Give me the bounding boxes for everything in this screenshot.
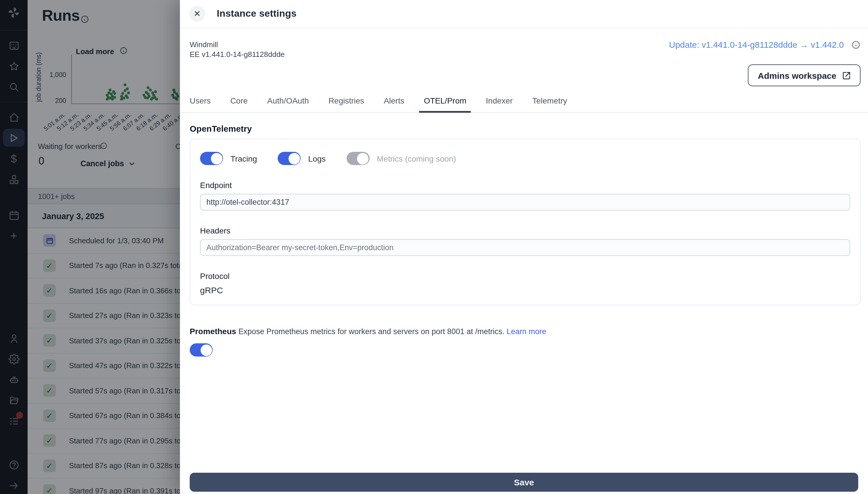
close-icon[interactable]: ✕ bbox=[189, 6, 205, 22]
learn-more-link[interactable]: Learn more bbox=[507, 327, 546, 336]
save-button[interactable]: Save bbox=[190, 473, 858, 492]
toggle-label: Logs bbox=[308, 154, 326, 163]
external-link-icon bbox=[842, 71, 851, 80]
otel-section-title: OpenTelemetry bbox=[190, 124, 858, 133]
instance-settings-modal: ✕ Instance settings Windmill EE v1.441.0… bbox=[180, 0, 868, 494]
tab-auth-oauth[interactable]: Auth/OAuth bbox=[267, 96, 309, 112]
modal-backdrop[interactable] bbox=[0, 0, 180, 494]
headers-input[interactable] bbox=[200, 239, 850, 256]
tab-indexer[interactable]: Indexer bbox=[486, 96, 513, 112]
app-version: Windmill EE v1.441.0-14-g81128ddde bbox=[190, 40, 285, 59]
admins-workspace-label: Admins workspace bbox=[758, 71, 836, 80]
modal-header: ✕ Instance settings bbox=[180, 0, 868, 28]
otel-toggle-row: TracingLogsMetrics (coming soon) bbox=[200, 152, 850, 165]
protocol-label: Protocol bbox=[200, 271, 850, 281]
tab-registries[interactable]: Registries bbox=[329, 96, 364, 112]
prometheus-section: Prometheus Expose Prometheus metrics for… bbox=[190, 327, 858, 336]
tab-telemetry[interactable]: Telemetry bbox=[532, 96, 567, 112]
prometheus-description: Expose Prometheus metrics for workers an… bbox=[238, 327, 505, 336]
tab-otel-prom[interactable]: OTEL/Prom bbox=[424, 96, 467, 112]
endpoint-input[interactable] bbox=[200, 194, 850, 210]
endpoint-label: Endpoint bbox=[200, 180, 850, 190]
tab-core[interactable]: Core bbox=[230, 96, 248, 112]
prometheus-toggle[interactable] bbox=[190, 343, 213, 357]
otel-card: TracingLogsMetrics (coming soon) Endpoin… bbox=[190, 138, 861, 305]
info-icon[interactable] bbox=[851, 40, 861, 49]
headers-label: Headers bbox=[200, 226, 850, 235]
toggle-logs[interactable] bbox=[278, 152, 301, 165]
settings-tabs: UsersCoreAuth/OAuthRegistriesAlertsOTEL/… bbox=[180, 96, 868, 113]
tab-users[interactable]: Users bbox=[190, 96, 211, 112]
app-stage: $ + bbox=[0, 0, 868, 494]
update-link[interactable]: Update: v1.441.0-14-g81128ddde → v1.442.… bbox=[669, 40, 844, 50]
toggle-label: Tracing bbox=[231, 154, 257, 163]
version-row: Windmill EE v1.441.0-14-g81128ddde Updat… bbox=[180, 28, 868, 59]
toggle-label: Metrics (coming soon) bbox=[377, 154, 456, 163]
admins-workspace-button[interactable]: Admins workspace bbox=[748, 64, 861, 86]
tab-alerts[interactable]: Alerts bbox=[384, 96, 405, 112]
modal-title: Instance settings bbox=[217, 8, 297, 20]
protocol-value: gRPC bbox=[200, 285, 850, 295]
toggle-metrics bbox=[346, 152, 369, 165]
prometheus-title: Prometheus bbox=[190, 327, 236, 336]
toggle-tracing[interactable] bbox=[200, 152, 223, 165]
